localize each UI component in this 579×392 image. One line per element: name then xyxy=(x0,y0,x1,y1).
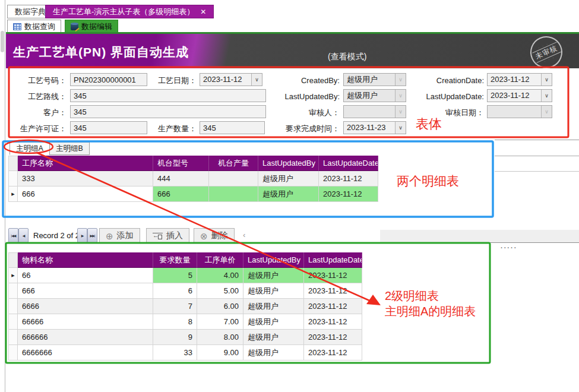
column-header[interactable]: 要求数量 xyxy=(153,252,197,268)
cell[interactable]: 超级用户 xyxy=(243,345,304,361)
cell[interactable]: 2023-11-12 xyxy=(304,268,362,283)
cell[interactable]: 2023-11-12 xyxy=(304,330,362,345)
column-header[interactable]: 机台型号 xyxy=(153,156,209,171)
column-header[interactable]: LastUpdatedBy xyxy=(243,252,304,268)
cell[interactable]: 7 xyxy=(153,299,197,314)
chevron-down-icon[interactable]: ∨ xyxy=(395,74,406,86)
close-icon[interactable]: ✕ xyxy=(200,8,206,15)
nav-more-chevron[interactable]: ‹ xyxy=(243,230,245,239)
process-date-combo[interactable]: 2023-11-12 ∨ xyxy=(200,73,262,86)
left-splitter-thumb[interactable] xyxy=(1,31,4,52)
cell[interactable]: 超级用户 xyxy=(258,186,319,202)
chevron-down-icon[interactable]: ∨ xyxy=(541,74,552,86)
cell[interactable]: 2023-11-12 xyxy=(304,345,362,361)
cell[interactable]: 6666666 xyxy=(18,345,153,361)
cell[interactable]: 超级用户 xyxy=(243,330,304,345)
table-row[interactable]: 66666 8 7.00 超级用户 2023-11-12 xyxy=(8,314,362,330)
table-row[interactable]: 666666 9 8.00 超级用户 2023-11-12 xyxy=(8,330,362,345)
record-last-button[interactable]: ▶▶| xyxy=(87,228,97,243)
column-header[interactable]: LastUpdateDate xyxy=(319,156,378,171)
chevron-down-icon[interactable]: ∨ xyxy=(395,90,406,102)
column-header[interactable]: 工序单价 xyxy=(197,252,243,268)
cell[interactable]: 2023-11-12 xyxy=(319,186,378,202)
production-qty-input[interactable] xyxy=(200,121,265,134)
cell[interactable] xyxy=(209,171,258,186)
table-row[interactable]: 333 444 超级用户 2023-11-12 xyxy=(8,171,378,186)
audit-date-combo[interactable]: ∨ xyxy=(487,105,552,118)
table-row[interactable]: 6666 7 6.00 超级用户 2023-11-12 xyxy=(8,299,362,314)
cell[interactable]: 5.00 xyxy=(197,283,243,299)
process-no-input[interactable] xyxy=(70,73,147,86)
cell[interactable]: 5 xyxy=(153,268,197,283)
production-license-input[interactable] xyxy=(70,121,147,134)
cell[interactable]: 333 xyxy=(18,171,153,186)
cell[interactable]: 66666 xyxy=(18,314,153,330)
column-header[interactable]: 机台产量 xyxy=(209,156,258,171)
cell[interactable]: 666666 xyxy=(18,330,153,345)
splitter-grip-dots[interactable]: ····· xyxy=(501,244,517,251)
cell[interactable]: 666 xyxy=(18,283,153,299)
chevron-down-icon[interactable]: ∨ xyxy=(251,74,262,86)
cell[interactable]: 2023-11-12 xyxy=(319,171,378,186)
chevron-down-icon[interactable]: ∨ xyxy=(541,106,552,118)
tab-detail-a[interactable]: 主明细A xyxy=(10,142,50,155)
created-by-combo[interactable]: 超级用户 ∨ xyxy=(343,73,406,86)
cell[interactable]: 超级用户 xyxy=(243,314,304,330)
cell[interactable]: 666 xyxy=(153,186,209,202)
column-header[interactable]: 工序名称 xyxy=(18,156,153,171)
cell[interactable]: 9.00 xyxy=(197,345,243,361)
table-row[interactable]: 666 6 5.00 超级用户 2023-11-12 xyxy=(8,283,362,299)
insert-button[interactable]: ← 插入 xyxy=(146,228,189,244)
cell[interactable]: 4.00 xyxy=(197,268,243,283)
column-header[interactable]: 物料名称 xyxy=(18,252,153,268)
cell[interactable]: 8.00 xyxy=(197,330,243,345)
splitter-bar[interactable] xyxy=(380,230,579,243)
table-row[interactable]: 6666666 33 9.00 超级用户 2023-11-12 xyxy=(8,345,362,361)
delete-button[interactable]: ⊗ 删除 xyxy=(194,228,235,244)
chevron-down-icon[interactable]: ∨ xyxy=(395,122,406,134)
cell[interactable]: 超级用户 xyxy=(243,268,304,283)
add-button[interactable]: ⊕ 添加 xyxy=(99,228,140,244)
cell[interactable]: 9 xyxy=(153,330,197,345)
cell[interactable]: 2023-11-12 xyxy=(304,299,362,314)
cell[interactable]: 444 xyxy=(153,171,209,186)
cell[interactable]: 超级用户 xyxy=(258,171,319,186)
table-row-selected[interactable]: ▶ 66 5 4.00 超级用户 2023-11-12 xyxy=(8,268,362,283)
cell-focused[interactable]: 66 xyxy=(18,268,153,283)
cell[interactable]: 6 xyxy=(153,283,197,299)
tab-label: 数据编辑 xyxy=(81,20,112,33)
tab-production-order[interactable]: 生产工艺单-演示主从子表（多级明细表） ✕ xyxy=(45,5,214,18)
cell[interactable]: 6666 xyxy=(18,299,153,314)
last-update-date-combo[interactable]: 2023-11-12 ∨ xyxy=(487,89,552,102)
chevron-down-icon[interactable]: ∨ xyxy=(395,106,406,118)
column-header[interactable]: LastUpdateDate xyxy=(304,252,362,268)
cell[interactable]: 超级用户 xyxy=(243,283,304,299)
auditor-combo[interactable]: ∨ xyxy=(343,105,406,118)
table-row-selected[interactable]: ▶ 666 666 超级用户 2023-11-12 xyxy=(8,186,378,202)
cell[interactable] xyxy=(209,186,258,202)
creation-date-combo[interactable]: 2023-11-12 ∨ xyxy=(487,73,552,86)
tab-data-edit[interactable]: 数据编辑 xyxy=(65,20,118,33)
cell[interactable]: 2023-11-12 xyxy=(304,283,362,299)
process-route-input[interactable] xyxy=(70,89,266,102)
cell[interactable]: 7.00 xyxy=(197,314,243,330)
required-finish-time-combo[interactable]: 2023-11-23 ∨ xyxy=(343,121,406,134)
customer-input[interactable] xyxy=(70,105,266,118)
tab-detail-b[interactable]: 主明细B xyxy=(49,142,90,155)
cell[interactable]: 2023-11-12 xyxy=(304,314,362,330)
tab-data-query[interactable]: 数据查询 xyxy=(7,20,61,33)
grid-header-row: 物料名称 要求数量 工序单价 LastUpdatedBy LastUpdateD… xyxy=(8,252,362,268)
cell[interactable]: 超级用户 xyxy=(243,299,304,314)
cell[interactable]: 33 xyxy=(153,345,197,361)
column-header[interactable]: LastUpdatedBy xyxy=(258,156,319,171)
record-first-button[interactable]: |◀◀ xyxy=(8,228,18,243)
cell[interactable]: 6.00 xyxy=(197,299,243,314)
chevron-down-icon[interactable]: ∨ xyxy=(541,90,552,102)
record-prev-button[interactable]: ◀ xyxy=(18,228,29,243)
left-splitter[interactable] xyxy=(0,0,5,392)
label-required-finish-time: 要求完成时间： xyxy=(266,123,340,135)
record-next-button[interactable]: ▶ xyxy=(77,228,87,243)
cell-focused[interactable]: 666 xyxy=(18,186,153,202)
last-updated-by-combo[interactable]: 超级用户 ∨ xyxy=(343,89,406,102)
cell[interactable]: 8 xyxy=(153,314,197,330)
